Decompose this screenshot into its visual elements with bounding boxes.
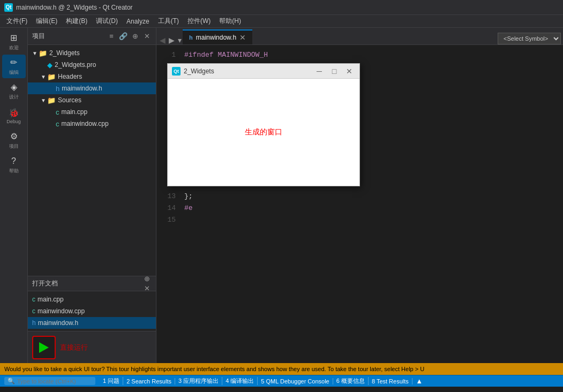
open-docs-list: c main.cpp c mainwindow.cpp h mainwindow… — [28, 291, 156, 331]
menu-bar: 文件(F) 编辑(E) 构建(B) 调试(D) Analyze 工具(T) 控件… — [0, 15, 563, 28]
play-icon — [39, 342, 49, 353]
sidebar-item-design[interactable]: ◈ 设计 — [2, 79, 26, 103]
status-search-results[interactable]: 2 Search Results — [123, 378, 175, 385]
welcome-icon: ⊞ — [9, 33, 19, 43]
menu-edit[interactable]: 编辑(E) — [32, 16, 62, 27]
project-panel-header: 项目 ≡ 🔗 ⊕ ✕ — [28, 28, 156, 45]
tree-view: ▼ 📁 2_Widgets ◆ 2_Widgets.pro ▼ 📁 Header… — [28, 45, 156, 276]
status-expand-icon[interactable]: ▲ — [415, 376, 424, 386]
code-line-14: #e — [184, 202, 563, 214]
status-search[interactable]: 🔍 — [4, 377, 95, 385]
tab-file-icon: h — [189, 34, 193, 41]
menu-analyze[interactable]: Analyze — [122, 17, 154, 26]
tab-close-btn[interactable]: ✕ — [239, 33, 246, 42]
sidebar-item-help[interactable]: ? 帮助 — [2, 153, 26, 177]
status-qml-debugger[interactable]: 5 QML Debugger Console — [258, 378, 333, 385]
app-icon: Qt — [4, 3, 13, 12]
nav-menu-icon[interactable]: ▾ — [177, 36, 183, 44]
design-icon: ◈ — [9, 82, 19, 93]
menu-debug[interactable]: 调试(D) — [92, 16, 122, 27]
nav-back-icon[interactable]: ◀ — [159, 36, 167, 44]
project-panel: 项目 ≡ 🔗 ⊕ ✕ ▼ 📁 2_Widgets ◆ 2_Widgets.pr — [28, 28, 156, 363]
status-bar: 🔍 1 问题 2 Search Results 3 应用程序输出 4 编译输出 … — [0, 375, 563, 387]
sidebar-icons: ⊞ 欢迎 ✏ 编辑 ◈ 设计 🐞 Debug ⚙ 项目 ? 帮助 — [0, 28, 28, 363]
search-icon: 🔍 — [7, 378, 15, 385]
docs-split-icon[interactable]: ⊕ — [142, 274, 152, 284]
status-overview[interactable]: 6 概要信息 — [333, 377, 369, 385]
tree-item-mainwindow-h[interactable]: h mainwindow.h — [28, 82, 156, 94]
open-docs-panel-icons: ⊕ ✕ — [142, 274, 152, 293]
sidebar-label-edit: 编辑 — [9, 69, 19, 76]
sidebar-label-welcome: 欢迎 — [9, 44, 19, 51]
project-close-icon[interactable]: ✕ — [142, 32, 152, 41]
tree-label-mainwindow-h: mainwindow.h — [62, 85, 102, 92]
run-label: 直接运行 — [60, 343, 88, 352]
sidebar-item-project[interactable]: ⚙ 项目 — [2, 129, 26, 152]
doc-label-mainwindow-h: mainwindow.h — [38, 319, 78, 327]
float-app-icon: Qt — [172, 67, 181, 76]
locate-input[interactable] — [17, 378, 92, 385]
tree-item-pro[interactable]: ◆ 2_Widgets.pro — [28, 59, 156, 71]
tree-item-sources[interactable]: ▼ 📁 Sources — [28, 94, 156, 106]
tree-item-mainwindow-cpp[interactable]: c mainwindow.cpp — [28, 118, 156, 130]
open-docs-title: 打开文档 — [32, 279, 58, 288]
doc-item-mainwindow-cpp[interactable]: c mainwindow.cpp — [28, 305, 156, 317]
status-issues[interactable]: 1 问题 — [100, 377, 123, 385]
tree-label-main-cpp: main.cpp — [62, 108, 88, 116]
float-body: 生成的窗口 — [168, 79, 359, 186]
sidebar-label-debug: Debug — [6, 119, 21, 124]
float-minimize-btn[interactable]: ─ — [313, 65, 325, 77]
project-expand-icon[interactable]: ⊕ — [130, 32, 140, 41]
title-bar: Qt mainwindow.h @ 2_Widgets - Qt Creator — [0, 0, 563, 15]
open-docs-header: 打开文档 ⊕ ✕ — [28, 276, 156, 291]
menu-file[interactable]: 文件(F) — [2, 16, 32, 27]
tree-label-pro: 2_Widgets.pro — [55, 61, 96, 69]
float-restore-btn[interactable]: □ — [328, 65, 340, 77]
project-link-icon[interactable]: 🔗 — [118, 32, 128, 41]
doc-item-main-cpp[interactable]: c main.cpp — [28, 293, 156, 305]
tree-item-headers[interactable]: ▼ 📁 Headers — [28, 71, 156, 82]
project-panel-icons: ≡ 🔗 ⊕ ✕ — [107, 32, 152, 41]
docs-close-icon[interactable]: ✕ — [142, 284, 152, 293]
run-button[interactable] — [32, 336, 56, 359]
floating-window: Qt 2_Widgets ─ □ ✕ 生成的窗口 — [167, 63, 360, 186]
nav-forward-icon[interactable]: ▶ — [168, 36, 176, 44]
menu-tools[interactable]: 工具(T) — [154, 16, 183, 27]
sidebar-item-edit[interactable]: ✏ 编辑 — [2, 55, 26, 78]
sidebar-label-design: 设计 — [9, 94, 19, 101]
sidebar-item-welcome[interactable]: ⊞ 欢迎 — [2, 30, 26, 54]
tab-mainwindow-h[interactable]: h mainwindow.h ✕ — [183, 29, 252, 44]
doc-item-mainwindow-h[interactable]: h mainwindow.h — [28, 317, 156, 329]
tab-label-mainwindow-h: mainwindow.h — [196, 34, 236, 41]
float-title: 2_Widgets — [184, 67, 310, 75]
sidebar-item-debug[interactable]: 🐞 Debug — [2, 104, 26, 127]
sidebar-label-help: 帮助 — [9, 168, 19, 175]
doc-label-main-cpp: main.cpp — [37, 296, 64, 303]
help-icon: ? — [9, 156, 19, 167]
float-body-text: 生成的窗口 — [245, 127, 282, 137]
tree-item-root[interactable]: ▼ 📁 2_Widgets — [28, 47, 156, 59]
float-close-btn[interactable]: ✕ — [343, 65, 355, 77]
symbol-select[interactable]: <Select Symbol> — [498, 33, 561, 44]
menu-build[interactable]: 构建(B) — [62, 16, 92, 27]
project-icon: ⚙ — [9, 131, 19, 142]
window-title: mainwindow.h @ 2_Widgets - Qt Creator — [16, 4, 133, 11]
main-layout: ⊞ 欢迎 ✏ 编辑 ◈ 设计 🐞 Debug ⚙ 项目 ? 帮助 项目 ≡ — [0, 28, 563, 363]
float-title-bar: Qt 2_Widgets ─ □ ✕ — [168, 64, 359, 79]
code-line-13: }; — [184, 191, 563, 202]
info-bar-text: Would you like to take a quick UI tour? … — [4, 366, 424, 372]
menu-help[interactable]: 帮助(H) — [215, 16, 245, 27]
status-compile-output[interactable]: 4 编译输出 — [222, 377, 258, 385]
sidebar-label-project: 项目 — [9, 143, 19, 150]
tree-item-main-cpp[interactable]: c main.cpp — [28, 106, 156, 118]
edit-icon: ✏ — [9, 57, 19, 68]
project-filter-icon[interactable]: ≡ — [107, 32, 116, 41]
status-app-output[interactable]: 3 应用程序输出 — [175, 377, 222, 385]
nav-arrows: ◀ ▶ ▾ — [159, 36, 183, 44]
menu-widgets[interactable]: 控件(W) — [183, 16, 215, 27]
doc-label-mainwindow-cpp: mainwindow.cpp — [37, 307, 85, 315]
code-line-1: #ifndef MAINWINDOW_H — [184, 49, 563, 61]
status-test-results[interactable]: 8 Test Results — [369, 378, 412, 385]
info-bar: Would you like to take a quick UI tour? … — [0, 363, 563, 375]
debug-icon: 🐞 — [9, 107, 19, 118]
